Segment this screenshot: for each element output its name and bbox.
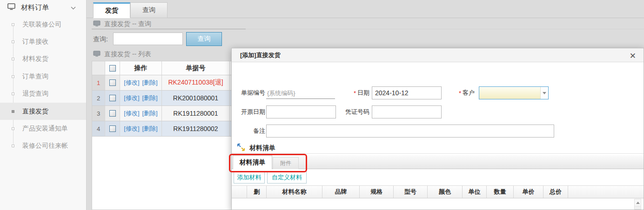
query-input[interactable] xyxy=(113,33,183,45)
tree-bullet-icon xyxy=(12,92,14,95)
sidebar-item-return-query[interactable]: 退货查询 xyxy=(0,85,86,103)
tab-material-list[interactable]: 材料清单 xyxy=(233,155,272,169)
date-input[interactable] xyxy=(372,86,442,99)
edit-link[interactable]: [修改] xyxy=(124,125,139,133)
query-section-title: 直接发货 -- 查询 xyxy=(104,20,151,28)
required-mark: * xyxy=(354,86,356,99)
header-spec[interactable]: 规格 xyxy=(360,186,394,198)
row-checkbox[interactable] xyxy=(109,79,116,86)
divider xyxy=(232,153,644,154)
sidebar-item-order-receive[interactable]: 订单接收 xyxy=(0,33,86,50)
delete-link[interactable]: [删除] xyxy=(142,125,158,133)
edit-link[interactable]: [修改] xyxy=(124,94,139,102)
scroll-up-button[interactable] xyxy=(635,199,641,206)
header-quantity[interactable]: 数量 xyxy=(487,186,514,198)
monitor-icon xyxy=(93,51,101,59)
combo-arrow-box[interactable] xyxy=(540,87,548,99)
header-unit[interactable]: 单位 xyxy=(463,186,487,198)
tree-bullet-icon xyxy=(12,58,14,60)
material-tab-strip: 材料清单 附件 xyxy=(232,155,644,169)
tree-bullet-icon xyxy=(12,144,14,147)
dialog-title: [添加]直接发货 xyxy=(240,51,281,59)
required-mark: * xyxy=(459,86,461,99)
delete-link[interactable]: [删除] xyxy=(142,109,158,118)
date-label: 日期 xyxy=(357,86,370,99)
row-number: 4 xyxy=(92,121,105,137)
header-select-all[interactable] xyxy=(105,61,120,75)
row-checkbox[interactable] xyxy=(109,110,116,117)
invoice-date-input[interactable] xyxy=(266,105,336,118)
voucher-no-label: 凭证号码 xyxy=(342,105,369,118)
header-unit-price[interactable]: 单价 xyxy=(514,186,543,198)
remark-input[interactable] xyxy=(266,125,554,138)
select-all-checkbox[interactable] xyxy=(109,65,116,72)
row-number: 1 xyxy=(92,75,105,91)
tree-bullet-icon xyxy=(12,127,14,130)
sidebar-item-install-notice[interactable]: 产品安装通知单 xyxy=(0,120,86,137)
doc-number: RK1911280002 xyxy=(162,121,230,137)
header-model[interactable]: 型号 xyxy=(394,186,428,198)
custom-material-button[interactable]: 自定义材料 xyxy=(267,171,307,184)
header-total-price[interactable]: 总价 xyxy=(543,186,568,198)
header-brand[interactable]: 品牌 xyxy=(322,186,360,198)
query-section-header: 直接发货 -- 查询 xyxy=(93,20,151,28)
add-direct-ship-dialog: [添加]直接发货 ✕ 单据编号 {系统编码} * 日期 * 客户 开票日期 凭证… xyxy=(231,48,644,210)
monitor-icon xyxy=(7,3,15,12)
voucher-no-input[interactable] xyxy=(372,105,442,118)
header-row-number xyxy=(92,61,105,75)
invoice-date-label: 开票日期 xyxy=(237,105,265,118)
doc-number: RK1911280001 xyxy=(162,106,230,121)
delete-link[interactable]: [删除] xyxy=(142,79,158,87)
doc-no-system-code: {系统编码} xyxy=(266,86,335,99)
tree-bullet-icon xyxy=(12,110,14,113)
edit-link[interactable]: [修改] xyxy=(124,109,139,118)
add-material-button[interactable]: 添加材料 xyxy=(234,171,265,184)
vertical-scrollbar[interactable] xyxy=(634,199,641,210)
chevron-down-icon[interactable] xyxy=(71,4,76,11)
sidebar-group-material-orders[interactable]: 材料订单 xyxy=(0,0,86,15)
list-section-header: 直接发货 -- 列表 xyxy=(93,50,151,59)
header-delete[interactable]: 删 xyxy=(247,186,267,198)
customer-combobox[interactable] xyxy=(479,86,549,99)
tabbar-divider xyxy=(87,18,644,18)
edit-link[interactable]: [修改] xyxy=(124,79,139,87)
row-checkbox[interactable] xyxy=(109,95,116,101)
tab-shipping[interactable]: 发货 xyxy=(93,2,130,18)
sidebar-item-direct-ship[interactable]: 直接发货 xyxy=(0,103,86,120)
customer-label: 客户 xyxy=(463,86,476,99)
sidebar-item-company-account[interactable]: 装修公司往来帐 xyxy=(0,138,86,155)
material-section-header: 材料清单 xyxy=(237,144,275,152)
row-number: 2 xyxy=(92,91,105,106)
header-material-name[interactable]: 材料名称 xyxy=(267,186,322,198)
tab-bar: 发货 查询 xyxy=(93,2,168,18)
expand-arrows-icon xyxy=(237,144,245,152)
header-filler xyxy=(568,186,644,198)
doc-number: RK2407110038[退] xyxy=(162,75,230,91)
doc-number: RK2001080001 xyxy=(162,91,230,106)
close-icon[interactable]: ✕ xyxy=(628,50,638,62)
tree-bullet-icon xyxy=(12,23,14,26)
sidebar: 材料订单 关联装修公司 订单接收 材料发货 订单查询 退货查询 直接发货 产品安… xyxy=(0,0,87,210)
sidebar-item-linked-companies[interactable]: 关联装修公司 xyxy=(0,16,86,33)
sidebar-item-material-ship[interactable]: 材料发货 xyxy=(0,51,86,68)
material-section-title: 材料清单 xyxy=(249,144,275,152)
header-doc-number[interactable]: 单据号 xyxy=(162,61,230,75)
header-operations[interactable]: 操作 xyxy=(120,61,162,75)
delete-link[interactable]: [删除] xyxy=(142,94,158,102)
chevron-down-icon xyxy=(543,92,546,94)
tab-query[interactable]: 查询 xyxy=(130,2,168,18)
remark-label: 备注 xyxy=(237,125,265,138)
sidebar-item-order-query[interactable]: 订单查询 xyxy=(0,68,86,85)
query-label: 查询: xyxy=(93,35,108,44)
query-button[interactable]: 查询 xyxy=(186,32,222,46)
section-underline xyxy=(92,29,246,29)
monitor-icon xyxy=(93,20,101,28)
list-section-title: 直接发货 -- 列表 xyxy=(104,50,151,59)
tab-attachment[interactable]: 附件 xyxy=(273,157,299,169)
header-blank xyxy=(232,186,247,198)
row-number: 3 xyxy=(92,106,105,121)
arrow-up-icon xyxy=(636,202,640,204)
row-checkbox[interactable] xyxy=(109,125,116,132)
section-underline-light xyxy=(246,29,644,29)
header-color[interactable]: 颜色 xyxy=(428,186,463,198)
